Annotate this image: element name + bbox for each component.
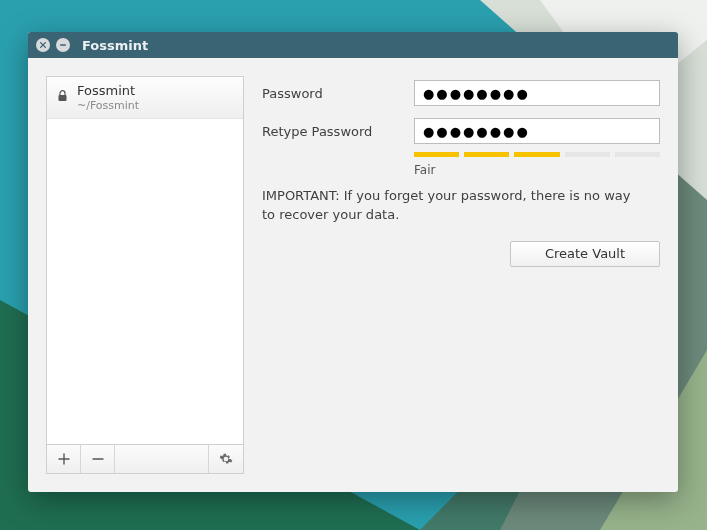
remove-vault-button[interactable] (81, 445, 115, 473)
strength-segment (514, 152, 559, 157)
minus-icon (92, 453, 104, 465)
retype-password-row: Retype Password (262, 118, 660, 144)
main-panel: Password Retype Password Fair (262, 76, 660, 474)
vault-item-name: Fossmint (77, 83, 139, 99)
window-close-button[interactable] (36, 38, 50, 52)
strength-meter (414, 152, 660, 157)
vault-item-path: ~/Fossmint (77, 99, 139, 112)
password-warning: IMPORTANT: If you forget your password, … (262, 187, 632, 225)
vault-item-labels: Fossmint ~/Fossmint (77, 83, 139, 112)
sidebar-toolbar (46, 444, 244, 474)
strength-label: Fair (414, 163, 660, 177)
strength-segment (414, 152, 459, 157)
password-label: Password (262, 86, 402, 101)
retype-password-input[interactable] (414, 118, 660, 144)
sidebar: Fossmint ~/Fossmint (46, 76, 244, 474)
window-body: Fossmint ~/Fossmint (28, 58, 678, 492)
password-row: Password (262, 80, 660, 106)
window-title: Fossmint (82, 38, 148, 53)
password-strength: Fair (414, 152, 660, 177)
close-icon (39, 41, 47, 49)
actions-row: Create Vault (262, 241, 660, 267)
settings-button[interactable] (209, 445, 243, 473)
strength-segment (565, 152, 610, 157)
svg-point-8 (225, 458, 228, 461)
strength-segment (464, 152, 509, 157)
plus-icon (58, 453, 70, 465)
add-vault-button[interactable] (47, 445, 81, 473)
strength-segment (615, 152, 660, 157)
window-minimize-button[interactable] (56, 38, 70, 52)
desktop: Fossmint Fossmint ~/Fossmint (0, 0, 707, 530)
titlebar: Fossmint (28, 32, 678, 58)
gear-icon (219, 452, 233, 466)
vault-list[interactable]: Fossmint ~/Fossmint (46, 76, 244, 444)
app-window: Fossmint Fossmint ~/Fossmint (28, 32, 678, 492)
password-input[interactable] (414, 80, 660, 106)
vault-list-item[interactable]: Fossmint ~/Fossmint (47, 77, 243, 119)
svg-rect-7 (58, 95, 66, 101)
lock-icon (55, 90, 69, 105)
toolbar-spacer (115, 445, 209, 473)
retype-password-label: Retype Password (262, 124, 402, 139)
create-vault-button[interactable]: Create Vault (510, 241, 660, 267)
minimize-icon (59, 41, 67, 49)
